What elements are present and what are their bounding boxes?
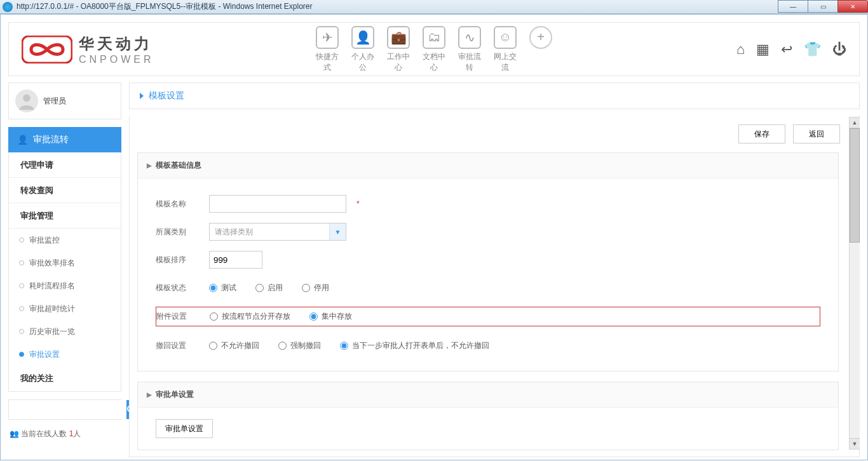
send-icon: ✈ <box>316 26 339 49</box>
radio-recall-force[interactable]: 强制撤回 <box>278 340 321 351</box>
user-icon: 👤 <box>351 26 374 49</box>
radio-state-enable[interactable]: 启用 <box>255 283 283 293</box>
logo-text-en: CNPOWER <box>79 54 154 65</box>
panel-basic-info: ▶模板基础信息 模板名称 * 所属类别 请选择类别 <box>137 152 839 371</box>
reply-icon[interactable]: ↩ <box>781 41 792 58</box>
topnav-approval[interactable]: ∿审批流转 <box>455 26 484 73</box>
radio-recall-afteropen[interactable]: 当下一步审批人打开表单后，不允许撤回 <box>340 340 489 351</box>
breadcrumb-title: 模板设置 <box>149 90 184 102</box>
plus-icon: + <box>529 26 552 49</box>
ie-icon <box>3 2 13 12</box>
logo-infinity-icon <box>22 36 72 63</box>
arrow-right-icon <box>140 93 144 99</box>
maximize-button[interactable]: ▭ <box>808 0 838 13</box>
chevron-right-icon: ▶ <box>147 391 152 398</box>
label-state: 模板状态 <box>156 283 200 293</box>
scroll-down-icon[interactable]: ▼ <box>850 438 860 449</box>
sidebar-sub-timeout[interactable]: 审批超时统计 <box>9 297 121 320</box>
radio-recall-no[interactable]: 不允许撤回 <box>209 340 259 351</box>
power-icon[interactable]: ⏻ <box>832 41 846 58</box>
shirt-icon[interactable]: 👕 <box>804 41 821 58</box>
approval-form-button[interactable]: 审批单设置 <box>156 419 213 438</box>
back-button[interactable]: 返回 <box>793 124 840 144</box>
sidebar-item-proxy[interactable]: 代理申请 <box>9 152 121 178</box>
required-mark: * <box>356 199 360 208</box>
sidebar-item-follow[interactable]: 我的关注 <box>9 366 121 391</box>
topnav-work[interactable]: 💼工作中心 <box>384 26 413 73</box>
template-name-input[interactable] <box>209 195 346 213</box>
wave-icon: ∿ <box>458 26 481 49</box>
radio-attach-split[interactable]: 按流程节点分开存放 <box>210 311 290 322</box>
window-buttons: — ▭ ✕ <box>778 0 868 14</box>
search-input[interactable] <box>9 400 126 419</box>
radio-state-disable[interactable]: 停用 <box>302 283 329 293</box>
apps-icon[interactable]: ▦ <box>756 41 770 58</box>
main-area: 模板设置 保存 返回 ▶模板基础信息 模板名称 * <box>129 83 860 457</box>
chevron-right-icon: ▶ <box>147 162 152 169</box>
sidebar-sub-time[interactable]: 耗时流程排名 <box>9 274 121 297</box>
sidebar-sub-monitor[interactable]: 审批监控 <box>9 229 121 251</box>
sidebar-search <box>8 399 121 420</box>
scroll-thumb[interactable] <box>850 128 860 243</box>
briefcase-icon: 💼 <box>387 26 410 49</box>
people-icon: 👥 <box>10 429 19 438</box>
window-title: http://127.0.0.1/# - OA8000平台版_FPLMYSQL5… <box>17 1 313 12</box>
sidebar-sub-efficiency[interactable]: 审批效率排名 <box>9 251 121 274</box>
sidebar: 管理员 👤 审批流转 代理申请 转发查阅 审批管理 审批监控 审批效率排名 耗时… <box>8 83 121 457</box>
side-menu: 代理申请 转发查阅 审批管理 审批监控 审批效率排名 耗时流程排名 审批超时统计… <box>8 152 121 392</box>
action-bar: 保存 返回 <box>130 116 840 152</box>
logo: 华天动力 CNPOWER <box>22 34 154 65</box>
order-input[interactable] <box>209 251 262 269</box>
online-count: 👥 当前在线人数 1人 <box>8 426 121 442</box>
scroll-up-icon[interactable]: ▲ <box>850 117 860 128</box>
sidebar-sub-history[interactable]: 历史审批一览 <box>9 320 121 343</box>
svg-point-1 <box>23 95 31 102</box>
save-button[interactable]: 保存 <box>738 124 785 144</box>
home-icon[interactable]: ⌂ <box>736 41 745 58</box>
user-name: 管理员 <box>43 96 66 107</box>
topnav-shortcut[interactable]: ✈快捷方式 <box>313 26 342 73</box>
label-template-name: 模板名称 <box>156 199 200 210</box>
content-scroll: 保存 返回 ▶模板基础信息 模板名称 * 所属类别 <box>129 116 860 457</box>
topnav-docs[interactable]: 🗂文档中心 <box>419 26 449 73</box>
close-button[interactable]: ✕ <box>837 0 868 13</box>
sidebar-sub-settings[interactable]: 审批设置 <box>9 343 121 366</box>
app-root: 华天动力 CNPOWER ✈快捷方式 👤个人办公 💼工作中心 🗂文档中心 ∿审批… <box>0 14 868 460</box>
folder-icon: 🗂 <box>423 26 445 49</box>
topnav-add[interactable]: + <box>526 26 555 73</box>
label-category: 所属类别 <box>156 227 200 237</box>
radio-attach-central[interactable]: 集中存放 <box>309 311 352 322</box>
side-section-header: 👤 审批流转 <box>8 127 121 152</box>
sidebar-item-forward[interactable]: 转发查阅 <box>9 178 121 203</box>
sidebar-item-manage[interactable]: 审批管理 <box>9 203 121 229</box>
label-recall: 撤回设置 <box>156 340 200 351</box>
top-right-icons: ⌂ ▦ ↩ 👕 ⏻ <box>736 41 846 58</box>
app-header: 华天动力 CNPOWER ✈快捷方式 👤个人办公 💼工作中心 🗂文档中心 ∿审批… <box>8 22 860 76</box>
panel-basic-header[interactable]: ▶模板基础信息 <box>138 153 838 178</box>
panel-approval-form: ▶审批单设置 审批单设置 <box>137 382 839 450</box>
chevron-down-icon: ▼ <box>329 224 346 240</box>
top-nav: ✈快捷方式 👤个人办公 💼工作中心 🗂文档中心 ∿审批流转 ☺网上交流 + <box>313 26 555 73</box>
user-silhouette-icon: 👤 <box>17 135 28 145</box>
breadcrumb: 模板设置 <box>129 83 860 109</box>
browser-titlebar: http://127.0.0.1/# - OA8000平台版_FPLMYSQL5… <box>0 0 868 14</box>
logo-text-cn: 华天动力 <box>79 34 154 54</box>
category-select[interactable]: 请选择类别 ▼ <box>209 223 346 241</box>
panel-approval-header[interactable]: ▶审批单设置 <box>138 382 838 408</box>
label-attach: 附件设置 <box>156 311 201 322</box>
radio-state-test[interactable]: 测试 <box>209 283 236 293</box>
attachment-highlight-box: 附件设置 按流程节点分开存放 集中存放 <box>156 307 820 326</box>
topnav-chat[interactable]: ☺网上交流 <box>491 26 520 73</box>
content-scrollbar[interactable]: ▲ ▼ <box>849 117 860 450</box>
label-order: 模板排序 <box>156 255 200 265</box>
avatar <box>15 90 38 112</box>
topnav-personal[interactable]: 👤个人办公 <box>348 26 377 73</box>
user-box: 管理员 <box>8 83 121 119</box>
minimize-button[interactable]: — <box>778 0 808 13</box>
chat-icon: ☺ <box>494 26 517 49</box>
